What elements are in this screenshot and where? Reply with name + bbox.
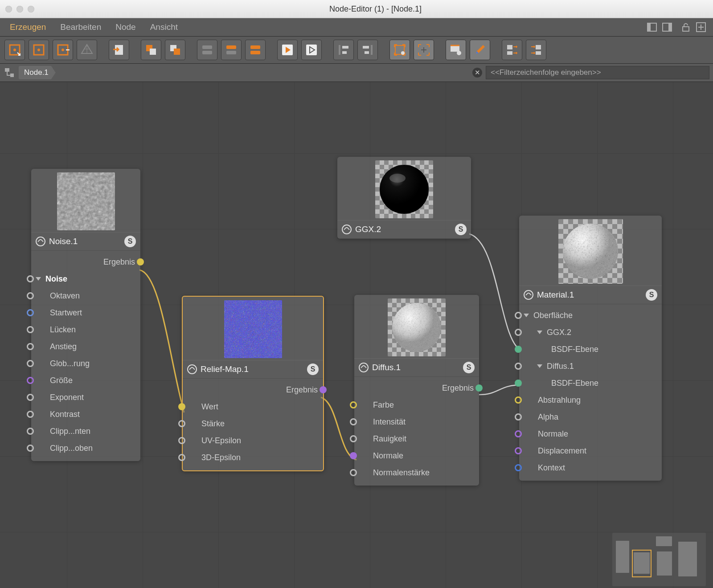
breadcrumb[interactable]: Node.1 xyxy=(19,66,56,79)
input-globrung[interactable]: Glob...rung xyxy=(31,355,140,372)
input-anstieg[interactable]: Anstieg xyxy=(31,338,140,355)
node-header[interactable]: Relief-Map.1 S xyxy=(183,360,323,379)
input-alpha[interactable]: Alpha xyxy=(519,408,662,425)
node-header[interactable]: Diffus.1 S xyxy=(354,358,479,377)
input-rauigkeit[interactable]: Rauigkeit xyxy=(354,430,479,447)
tool-rows-3[interactable] xyxy=(245,40,266,60)
menu-bearbeiten[interactable]: Bearbeiten xyxy=(53,18,108,36)
node-material[interactable]: Material.1 S Oberfläche GGX.2 BSDF-Ebene… xyxy=(519,216,662,481)
input-clippnten[interactable]: Clipp...nten xyxy=(31,423,140,440)
node-ggx[interactable]: GGX.2 S xyxy=(337,157,471,239)
port-in[interactable] xyxy=(27,394,34,401)
solo-badge[interactable]: S xyxy=(124,236,136,247)
port-out[interactable] xyxy=(475,384,483,392)
port-in[interactable] xyxy=(27,428,34,435)
port-in[interactable] xyxy=(27,292,34,299)
tool-frame-1[interactable] xyxy=(389,40,410,60)
tool-node-in[interactable] xyxy=(29,40,49,60)
port-in[interactable] xyxy=(27,343,34,350)
tree-oberflaeche[interactable]: Oberfläche xyxy=(519,307,662,324)
tool-play[interactable] xyxy=(277,40,298,60)
input-normale[interactable]: Normale xyxy=(519,425,662,442)
node-relief-map[interactable]: Relief-Map.1 S Ergebnis Wert Stärke UV-E… xyxy=(182,296,324,471)
output-ergebnis[interactable]: Ergebnis xyxy=(183,381,323,398)
clear-filter-icon[interactable]: ✕ xyxy=(472,68,482,78)
port-in[interactable] xyxy=(178,420,185,427)
tool-new-node[interactable] xyxy=(4,40,25,60)
port-in[interactable] xyxy=(350,469,357,476)
tool-brush[interactable] xyxy=(470,40,490,60)
lock-icon[interactable] xyxy=(679,21,693,33)
tool-align-left[interactable] xyxy=(333,40,354,60)
menu-node[interactable]: Node xyxy=(108,18,143,36)
port-in[interactable] xyxy=(350,401,357,408)
panel-left-icon[interactable] xyxy=(645,21,659,33)
tool-rows-2[interactable] xyxy=(221,40,242,60)
tool-import[interactable] xyxy=(109,40,129,60)
input-3d-epsilon[interactable]: 3D-Epsilon xyxy=(183,449,323,466)
port-in[interactable] xyxy=(178,437,185,444)
port-in[interactable] xyxy=(27,275,34,282)
tree-diffus1[interactable]: Diffus.1 xyxy=(519,358,662,375)
section-noise[interactable]: Noise xyxy=(31,270,140,287)
solo-badge[interactable]: S xyxy=(646,289,657,301)
port-in[interactable] xyxy=(515,363,522,370)
add-icon[interactable] xyxy=(694,21,708,33)
tool-inspect[interactable] xyxy=(446,40,466,60)
input-uv-epsilon[interactable]: UV-Epsilon xyxy=(183,432,323,449)
port-in[interactable] xyxy=(350,452,357,459)
input-normale[interactable]: Normale xyxy=(354,447,479,464)
port-in[interactable] xyxy=(515,413,522,421)
port-out[interactable] xyxy=(320,386,327,393)
input-normalenstaerke[interactable]: Normalenstärke xyxy=(354,464,479,481)
filter-input[interactable]: <<Filterzeichenfolge eingeben>> xyxy=(486,66,709,79)
tree-bsdf-ebene-1[interactable]: BSDF-Ebene xyxy=(519,341,662,358)
node-header[interactable]: Material.1 S xyxy=(519,286,662,304)
port-in[interactable] xyxy=(27,411,34,418)
input-kontext[interactable]: Kontext xyxy=(519,459,662,476)
solo-badge[interactable]: S xyxy=(455,224,467,235)
input-intensitaet[interactable]: Intensität xyxy=(354,413,479,430)
tool-node-out[interactable] xyxy=(53,40,73,60)
menu-erzeugen[interactable]: Erzeugen xyxy=(3,18,53,36)
port-in[interactable] xyxy=(350,418,357,425)
port-in[interactable] xyxy=(515,346,522,353)
input-abstrahlung[interactable]: Abstrahlung xyxy=(519,392,662,408)
port-in[interactable] xyxy=(515,464,522,471)
port-in[interactable] xyxy=(178,403,185,410)
minimap[interactable] xyxy=(612,533,706,586)
solo-badge[interactable]: S xyxy=(463,362,475,373)
port-in[interactable] xyxy=(27,445,34,452)
port-in[interactable] xyxy=(27,309,34,316)
tool-io-2[interactable] xyxy=(526,40,546,60)
port-in[interactable] xyxy=(515,430,522,437)
node-canvas[interactable]: Noise.1 S Ergebnis Noise Oktaven Startwe… xyxy=(0,82,713,588)
input-oktaven[interactable]: Oktaven xyxy=(31,287,140,304)
input-clippoben[interactable]: Clipp...oben xyxy=(31,440,140,457)
port-in[interactable] xyxy=(515,329,522,336)
port-in[interactable] xyxy=(515,380,522,387)
tool-duplicate[interactable] xyxy=(165,40,185,60)
input-groesse[interactable]: Größe xyxy=(31,372,140,389)
tree-ggx2[interactable]: GGX.2 xyxy=(519,324,662,341)
port-in[interactable] xyxy=(350,435,357,442)
hierarchy-icon[interactable] xyxy=(4,67,15,78)
tool-copy[interactable] xyxy=(141,40,161,60)
solo-badge[interactable]: S xyxy=(307,363,319,375)
input-farbe[interactable]: Farbe xyxy=(354,396,479,413)
input-displacement[interactable]: Displacement xyxy=(519,442,662,459)
input-kontrast[interactable]: Kontrast xyxy=(31,406,140,423)
tool-rows-1[interactable] xyxy=(197,40,217,60)
input-staerke[interactable]: Stärke xyxy=(183,415,323,432)
input-luecken[interactable]: Lücken xyxy=(31,321,140,338)
input-wert[interactable]: Wert xyxy=(183,398,323,415)
tool-align-right[interactable] xyxy=(357,40,378,60)
output-ergebnis[interactable]: Ergebnis xyxy=(354,380,479,396)
node-header[interactable]: Noise.1 S xyxy=(31,232,140,251)
input-exponent[interactable]: Exponent xyxy=(31,389,140,406)
tool-wireframe[interactable] xyxy=(77,40,97,60)
tool-frame-2[interactable] xyxy=(414,40,434,60)
port-in[interactable] xyxy=(27,326,34,333)
port-in[interactable] xyxy=(178,454,185,461)
panel-right-icon[interactable] xyxy=(660,21,674,33)
